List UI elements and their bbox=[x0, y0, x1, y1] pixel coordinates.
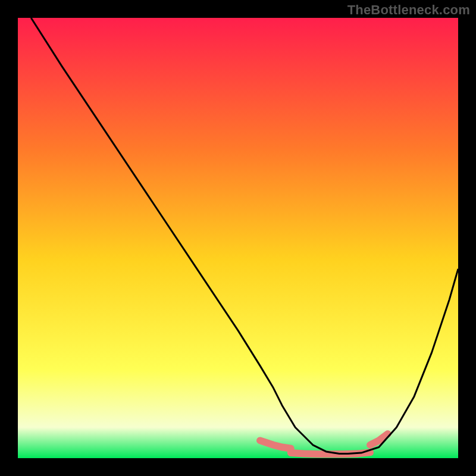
plot-area bbox=[18, 18, 458, 458]
gradient-background bbox=[18, 18, 458, 458]
chart-frame: TheBottleneck.com bbox=[0, 0, 476, 476]
watermark-text: TheBottleneck.com bbox=[347, 2, 470, 18]
bottleneck-chart bbox=[18, 18, 458, 458]
